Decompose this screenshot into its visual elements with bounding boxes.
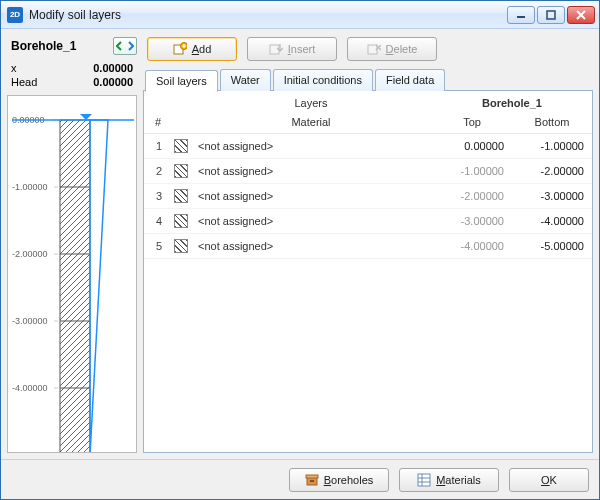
svg-rect-14 xyxy=(60,120,90,453)
svg-text:-5.00000: -5.00000 xyxy=(12,450,48,453)
col-hash-spacer xyxy=(144,91,172,111)
col-group-layers: Layers xyxy=(190,91,432,111)
cell-index: 4 xyxy=(144,209,172,234)
window-title: Modify soil layers xyxy=(29,8,121,22)
tab-water[interactable]: Water xyxy=(220,69,271,91)
cell-hatch xyxy=(172,184,190,209)
col-hash[interactable]: # xyxy=(144,111,172,134)
hatch-icon xyxy=(174,239,188,253)
cell-index: 2 xyxy=(144,159,172,184)
borehole-nav-button[interactable] xyxy=(113,37,137,55)
add-button[interactable]: Add xyxy=(147,37,237,61)
borehole-prop-value[interactable]: 0.00000 xyxy=(93,76,133,88)
delete-button-label: Delete xyxy=(386,43,418,55)
cell-material[interactable]: <not assigned> xyxy=(190,159,432,184)
cell-bottom[interactable]: -5.00000 xyxy=(512,234,592,259)
svg-text:-2.00000: -2.00000 xyxy=(12,249,48,259)
svg-rect-1 xyxy=(547,11,555,19)
close-icon xyxy=(576,10,586,20)
insert-button[interactable]: Insert xyxy=(247,37,337,61)
titlebar: 2D Modify soil layers xyxy=(1,1,599,29)
tab-field-data[interactable]: Field data xyxy=(375,69,445,91)
boreholes-button-label: Boreholes xyxy=(324,474,374,486)
cell-material[interactable]: <not assigned> xyxy=(190,134,432,159)
body-area: Borehole_1 x 0.00000 Head 0.00000 xyxy=(1,29,599,459)
hatch-icon xyxy=(174,214,188,228)
cell-bottom[interactable]: -1.00000 xyxy=(512,134,592,159)
cell-bottom[interactable]: -4.00000 xyxy=(512,209,592,234)
table-row[interactable]: 2<not assigned>-1.00000-2.00000 xyxy=(144,159,592,184)
borehole-graphic-svg: 0.00000 -1.00000 -2.00000 -3.00000 -4.00… xyxy=(8,96,136,453)
cell-bottom[interactable]: -2.00000 xyxy=(512,159,592,184)
minimize-button[interactable] xyxy=(507,6,535,24)
cell-hatch xyxy=(172,159,190,184)
insert-button-label: Insert xyxy=(288,43,316,55)
cell-material[interactable]: <not assigned> xyxy=(190,209,432,234)
add-button-label: Add xyxy=(192,43,212,55)
dialog-window: 2D Modify soil layers Borehole_1 xyxy=(0,0,600,500)
materials-button-label: Materials xyxy=(436,474,481,486)
table-row[interactable]: 3<not assigned>-2.00000-3.00000 xyxy=(144,184,592,209)
cell-material[interactable]: <not assigned> xyxy=(190,184,432,209)
delete-button[interactable]: Delete xyxy=(347,37,437,61)
maximize-icon xyxy=(546,10,556,20)
cell-bottom[interactable]: -3.00000 xyxy=(512,184,592,209)
table-row[interactable]: 4<not assigned>-3.00000-4.00000 xyxy=(144,209,592,234)
cell-material[interactable]: <not assigned> xyxy=(190,234,432,259)
left-right-arrows-icon xyxy=(116,41,134,51)
col-group-borehole: Borehole_1 xyxy=(432,91,592,111)
hatch-icon xyxy=(174,139,188,153)
cell-index: 5 xyxy=(144,234,172,259)
left-pane: Borehole_1 x 0.00000 Head 0.00000 xyxy=(7,35,137,453)
maximize-button[interactable] xyxy=(537,6,565,24)
toolbar: Add Insert Delete xyxy=(143,35,593,69)
close-button[interactable] xyxy=(567,6,595,24)
svg-rect-27 xyxy=(418,474,430,486)
app-icon: 2D xyxy=(7,7,23,23)
ok-button-label: OK xyxy=(541,474,557,486)
table-row[interactable]: 5<not assigned>-4.00000-5.00000 xyxy=(144,234,592,259)
borehole-properties: x 0.00000 Head 0.00000 xyxy=(7,61,137,89)
table-row[interactable]: 1<not assigned>0.00000-1.00000 xyxy=(144,134,592,159)
cell-top[interactable]: -3.00000 xyxy=(432,209,512,234)
col-hatch-spacer xyxy=(172,91,190,111)
cell-index: 3 xyxy=(144,184,172,209)
footer: Boreholes Materials OK xyxy=(1,459,599,499)
svg-text:-3.00000: -3.00000 xyxy=(12,316,48,326)
svg-text:-1.00000: -1.00000 xyxy=(12,182,48,192)
borehole-name: Borehole_1 xyxy=(7,39,76,53)
ok-button[interactable]: OK xyxy=(509,468,589,492)
tabstrip: Soil layers Water Initial conditions Fie… xyxy=(143,69,593,91)
borehole-prop-row: Head 0.00000 xyxy=(7,75,137,89)
cell-top[interactable]: 0.00000 xyxy=(432,134,512,159)
col-bottom[interactable]: Bottom xyxy=(512,111,592,134)
col-material[interactable]: Material xyxy=(190,111,432,134)
col-hatch xyxy=(172,111,190,134)
cell-top[interactable]: -2.00000 xyxy=(432,184,512,209)
cell-hatch xyxy=(172,234,190,259)
borehole-prop-value[interactable]: 0.00000 xyxy=(93,62,133,74)
boreholes-icon xyxy=(305,473,319,487)
boreholes-button[interactable]: Boreholes xyxy=(289,468,389,492)
minimize-icon xyxy=(516,10,526,20)
borehole-prop-label: Head xyxy=(11,76,37,88)
tab-initial-conditions[interactable]: Initial conditions xyxy=(273,69,373,91)
layers-table[interactable]: Layers Borehole_1 # Material Top Bottom … xyxy=(144,91,592,259)
delete-icon xyxy=(367,42,381,56)
hatch-icon xyxy=(174,164,188,178)
materials-icon xyxy=(417,473,431,487)
cell-hatch xyxy=(172,209,190,234)
svg-text:-4.00000: -4.00000 xyxy=(12,383,48,393)
svg-rect-26 xyxy=(310,480,314,482)
add-icon xyxy=(173,42,187,56)
svg-rect-25 xyxy=(306,475,318,478)
tab-soil-layers[interactable]: Soil layers xyxy=(145,70,218,92)
cell-top[interactable]: -1.00000 xyxy=(432,159,512,184)
borehole-header: Borehole_1 xyxy=(7,35,137,57)
materials-button[interactable]: Materials xyxy=(399,468,499,492)
borehole-graphic[interactable]: 0.00000 -1.00000 -2.00000 -3.00000 -4.00… xyxy=(7,95,137,453)
col-top[interactable]: Top xyxy=(432,111,512,134)
cell-top[interactable]: -4.00000 xyxy=(432,234,512,259)
borehole-prop-row: x 0.00000 xyxy=(7,61,137,75)
cell-hatch xyxy=(172,134,190,159)
